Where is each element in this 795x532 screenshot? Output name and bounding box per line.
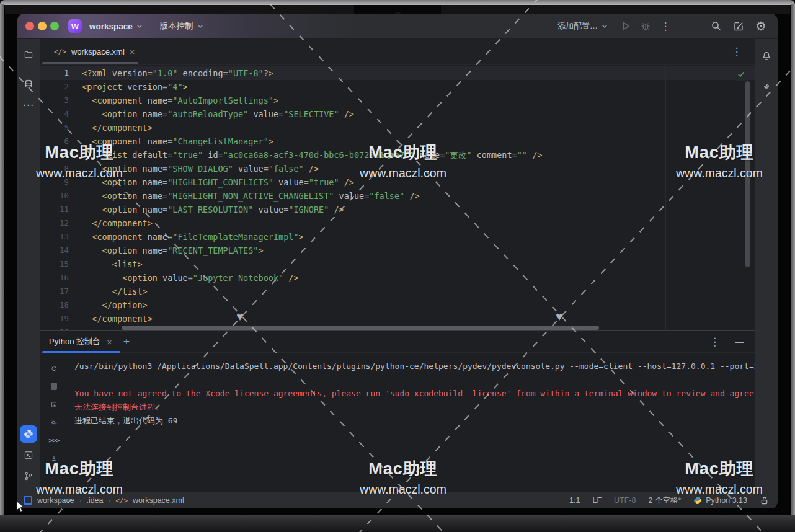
console-line [74, 373, 755, 387]
activity-bar-divider [22, 69, 35, 69]
more-icon: ⋯ [23, 99, 34, 112]
console-tab-label[interactable]: Python 控制台 [49, 336, 100, 347]
line-number: 20 [40, 326, 82, 330]
code-line[interactable]: 8 <option name="SHOW_DIALOG" value="fals… [40, 162, 755, 175]
sidebar-item-terminal[interactable] [20, 446, 37, 464]
line-number: 7 [40, 148, 82, 162]
code-line[interactable]: 9 <option name="HIGHLIGHT_CONFLICTS" val… [40, 175, 755, 189]
close-console-tab-icon[interactable]: × [107, 337, 112, 347]
minimize-window-button[interactable] [38, 22, 47, 30]
search-everywhere-button[interactable] [708, 18, 724, 34]
run-command-button[interactable] [47, 397, 61, 411]
code-line[interactable]: 13 <component name="FileTemplateManagerI… [40, 230, 755, 244]
console-options-button[interactable]: ⋮ [709, 337, 720, 347]
scroll-to-end-button[interactable] [47, 451, 61, 465]
code-line[interactable]: 1<?xml version="1.0" encoding="UTF-8"?> [40, 66, 755, 80]
code-text: </list> [82, 285, 148, 298]
sidebar-item-database[interactable] [20, 75, 37, 92]
vcs-menu[interactable]: 版本控制 [156, 18, 207, 34]
xml-file-icon: </> [115, 497, 128, 505]
tab-options-button[interactable]: ⋮ [729, 44, 745, 60]
ai-assistant-button[interactable] [758, 77, 775, 94]
code-line[interactable]: 17 </list> [40, 285, 755, 298]
breadcrumb-project[interactable]: workspace [37, 496, 74, 505]
file-encoding[interactable]: UTF-8 [614, 496, 636, 505]
execute-prompt-button[interactable]: >>> [47, 433, 61, 447]
mouse-cursor [16, 501, 25, 513]
breadcrumb-dir[interactable]: .idea [86, 496, 103, 505]
inspections-widget[interactable] [734, 68, 748, 81]
line-number: 10 [40, 189, 82, 203]
console-output[interactable]: /usr/bin/python3 /Applications/DataSpell… [68, 353, 755, 492]
feedback-button[interactable] [731, 18, 747, 34]
folder-icon [24, 48, 33, 61]
ai-swirl-icon [762, 80, 771, 92]
code-line[interactable]: 19 </component> [40, 312, 755, 326]
code-line[interactable]: 15 <list> [40, 257, 755, 271]
settings-button[interactable]: ⚙ [753, 18, 769, 34]
sidebar-item-git[interactable] [20, 468, 37, 485]
rerun-icon [51, 363, 57, 374]
vertical-scrollbar[interactable] [745, 81, 750, 267]
activity-bar: ⋯ [17, 39, 40, 492]
code-line[interactable]: 4 <option name="autoReloadType" value="S… [40, 107, 755, 121]
active-tab-indicator [42, 351, 120, 353]
bezel-bottom [0, 515, 795, 532]
project-selector[interactable]: workspace [86, 19, 146, 33]
code-line[interactable]: 7 <list default="true" id="ac0ca6a8-acf3… [40, 148, 755, 162]
code-line[interactable]: 6 <component name="ChangeListManager"> [40, 135, 755, 148]
indent-setting[interactable]: 2 个空格* [648, 495, 681, 506]
run-config-selector[interactable]: 添加配置… [554, 18, 611, 34]
editor-tab-workspace-xml[interactable]: </> workspace.xml × [47, 39, 143, 64]
code-text: <component name="FileTemplateManagerImpl… [82, 230, 304, 244]
new-console-button[interactable]: + [123, 336, 130, 347]
code-line[interactable]: 12 </component> [40, 216, 755, 230]
line-ending[interactable]: LF [592, 496, 602, 505]
more-actions-button[interactable]: ⋮ [657, 18, 673, 34]
notifications-button[interactable] [758, 47, 775, 64]
tab-scrollbar[interactable] [42, 62, 138, 64]
run-button[interactable] [618, 18, 634, 34]
minimize-panel-button[interactable]: — [735, 337, 744, 347]
ide-window: W workspace 版本控制 添加配置… [17, 14, 778, 508]
unlock-icon[interactable] [760, 496, 769, 505]
sidebar-item-more[interactable]: ⋯ [20, 96, 37, 113]
python-logo-icon [693, 496, 702, 505]
code-line[interactable]: 2<project version="4"> [40, 80, 755, 94]
horizontal-scrollbar[interactable] [122, 326, 599, 330]
zoom-window-button[interactable] [50, 22, 59, 30]
main-column: </> workspace.xml × ⋮ 1<?xml version="1.… [40, 39, 755, 492]
code-line[interactable]: 11 <option name="LAST_RESOLUTION" value=… [40, 203, 755, 216]
prompt-icon: >>> [49, 437, 60, 445]
breadcrumb-file[interactable]: workspace.xml [133, 496, 184, 505]
vcs-menu-label: 版本控制 [160, 20, 193, 32]
code-line[interactable]: 16 <option value="Jupyter Notebook" /> [40, 271, 755, 285]
chevron-down-icon [136, 24, 143, 29]
interpreter-label: Python 3.13 [706, 496, 747, 505]
code-editor[interactable]: 1<?xml version="1.0" encoding="UTF-8"?>2… [40, 65, 755, 330]
code-line[interactable]: 10 <option name="HIGHLIGHT_NON_ACTIVE_CH… [40, 189, 755, 203]
stop-console-button[interactable] [47, 379, 61, 393]
code-line[interactable]: 5 </component> [40, 121, 755, 135]
sidebar-item-python-console[interactable] [20, 425, 37, 443]
debug-button[interactable] [637, 18, 654, 34]
line-number: 13 [40, 230, 82, 244]
console-header: Python 控制台 × + ⋮ — [40, 331, 755, 353]
sidebar-item-project[interactable] [20, 46, 37, 63]
code-line[interactable]: 3 <component name="AutoImportSettings"> [40, 94, 755, 107]
python-icon [24, 429, 33, 439]
code-line[interactable]: 14 <option name="RECENT_TEMPLATES"> [40, 244, 755, 257]
python-interpreter[interactable]: Python 3.13 [693, 496, 747, 505]
code-text: <component name="ChangeListManager"> [82, 135, 273, 148]
code-text: <option name="LAST_RESOLUTION" value="IG… [82, 203, 344, 216]
close-tab-icon[interactable]: × [130, 47, 135, 56]
attach-debugger-button[interactable] [47, 415, 61, 429]
bell-icon [762, 50, 771, 62]
close-window-button[interactable] [25, 22, 34, 30]
traffic-lights [25, 22, 59, 30]
code-text: </component> [82, 312, 153, 326]
caret-position[interactable]: 1:1 [569, 496, 580, 505]
run-config-label: 添加配置… [557, 20, 598, 32]
rerun-console-button[interactable] [47, 361, 61, 375]
code-line[interactable]: 18 </option> [40, 298, 755, 312]
